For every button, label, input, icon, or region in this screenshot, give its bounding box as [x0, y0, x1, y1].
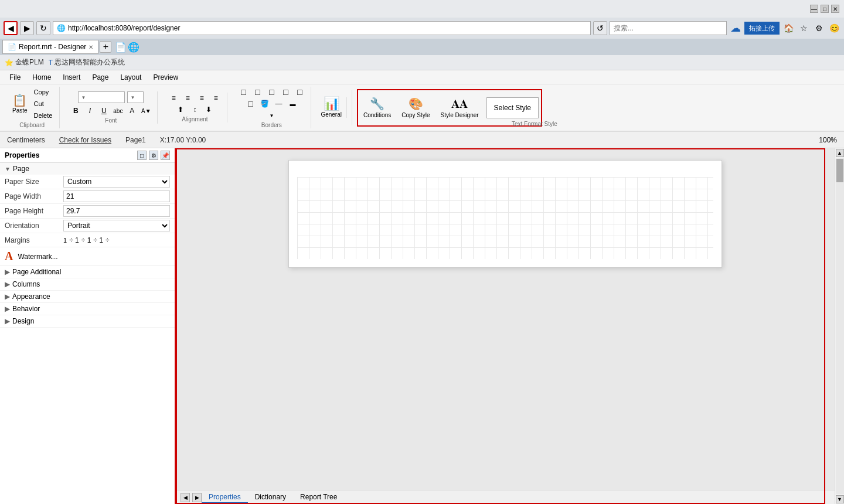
menu-insert[interactable]: Insert — [58, 72, 85, 83]
valign-top-button[interactable]: ⬆ — [174, 104, 187, 115]
page-width-value — [63, 190, 170, 202]
select-style-button[interactable]: Select Style — [486, 97, 539, 118]
borders-row-3: ▼ — [265, 110, 278, 121]
page-width-input[interactable] — [63, 190, 170, 202]
user-icon[interactable]: 😊 — [828, 22, 840, 35]
border-3-button[interactable]: □ — [265, 87, 278, 97]
font-size-select[interactable]: ▼ — [127, 91, 144, 103]
menu-layout[interactable]: Layout — [115, 72, 146, 83]
status-check-issues[interactable]: Check for Issues — [59, 136, 111, 144]
bottom-nav-left[interactable]: ◀ — [181, 493, 190, 502]
maximize-button[interactable]: □ — [821, 5, 829, 13]
design-arrow: ▶ — [5, 317, 10, 325]
alignment-row-2: ⬆ ↕ ⬇ — [174, 104, 215, 115]
forward-button[interactable]: ▶ — [20, 21, 34, 35]
strikethrough-button[interactable]: abc — [111, 105, 124, 116]
columns-section[interactable]: ▶ Columns — [0, 278, 175, 291]
cut-button[interactable]: Cut — [32, 98, 55, 109]
menu-page[interactable]: Page — [87, 72, 113, 83]
prop-icon-gear[interactable]: ⚙ — [149, 151, 158, 160]
border-1-button[interactable]: □ — [237, 87, 250, 97]
border-4-button[interactable]: □ — [279, 87, 292, 97]
reload-button[interactable]: ↺ — [593, 21, 607, 35]
valign-bottom-button[interactable]: ⬇ — [202, 104, 215, 115]
clipboard-label: Clipboard — [19, 122, 45, 128]
scroll-up-button[interactable]: ▲ — [836, 149, 844, 157]
underline-button[interactable]: U — [97, 105, 110, 116]
page-section-header[interactable]: ▼ Page — [0, 163, 175, 175]
prop-icon-pin[interactable]: 📌 — [161, 151, 170, 160]
behavior-section[interactable]: ▶ Behavior — [0, 303, 175, 315]
home-icon[interactable]: 🏠 — [782, 22, 795, 35]
menu-file[interactable]: File — [5, 72, 25, 83]
copy-button[interactable]: Copy — [32, 87, 55, 97]
line-style-button[interactable]: — — [272, 98, 285, 109]
paper-size-select[interactable]: Custom — [63, 176, 170, 188]
tab-label: Report.mrt - Designer — [19, 43, 86, 51]
valign-middle-button[interactable]: ↕ — [188, 104, 201, 115]
menu-home[interactable]: Home — [28, 72, 56, 83]
tab-dictionary[interactable]: Dictionary — [248, 492, 293, 503]
close-button[interactable]: ✕ — [831, 5, 839, 13]
bottom-nav-right[interactable]: ▶ — [192, 493, 202, 502]
copy-style-button[interactable]: 🎨 Copy Style — [399, 93, 433, 123]
refresh-button[interactable]: ↻ — [36, 21, 50, 35]
cloud-icon[interactable]: ☁ — [729, 22, 742, 35]
minimize-button[interactable]: — — [810, 5, 818, 13]
orientation-select[interactable]: Portrait Landscape — [63, 220, 170, 231]
style-designer-button[interactable]: 𝐀𝐀 Style Designer — [438, 93, 482, 123]
tab-icon-2[interactable]: 🌐 — [128, 41, 139, 53]
conditions-button[interactable]: 🔧 Conditions — [360, 93, 394, 123]
border-5-button[interactable]: □ — [293, 87, 306, 97]
settings-icon[interactable]: ⚙ — [812, 22, 825, 35]
design-label: Design — [12, 317, 34, 325]
active-tab[interactable]: 📄 Report.mrt - Designer ✕ — [2, 40, 98, 54]
appearance-section[interactable]: ▶ Appearance — [0, 291, 175, 303]
align-right-button[interactable]: ≡ — [195, 93, 208, 103]
upload-button[interactable]: 拓接上传 — [744, 22, 780, 35]
tab-report-tree[interactable]: Report Tree — [293, 492, 344, 503]
scroll-thumb[interactable] — [836, 159, 843, 182]
design-section[interactable]: ▶ Design — [0, 315, 175, 328]
font-family-select[interactable]: ▼ — [78, 91, 125, 103]
highlight-button[interactable]: A▼ — [139, 105, 152, 116]
font-color-button[interactable]: A — [125, 105, 138, 116]
bookmark-plm[interactable]: ⭐ 金蝶PLM — [5, 57, 44, 67]
tab-close-button[interactable]: ✕ — [89, 44, 93, 50]
bookmark-star-icon: ⭐ — [5, 59, 13, 67]
scroll-down-button[interactable]: ▼ — [836, 495, 844, 503]
page-additional-label: Page Additional — [12, 268, 61, 276]
expand-borders-button[interactable]: ▼ — [265, 110, 278, 121]
align-justify-button[interactable]: ≡ — [209, 93, 222, 103]
line-width-button[interactable]: ▬ — [286, 98, 299, 109]
italic-button[interactable]: I — [83, 105, 96, 116]
copy-style-label: Copy Style — [401, 112, 430, 118]
align-left-button[interactable]: ≡ — [167, 93, 180, 103]
align-center-button[interactable]: ≡ — [181, 93, 194, 103]
menu-preview[interactable]: Preview — [148, 72, 183, 83]
margins-value: 1 ÷ 1 ÷ 1 ÷ 1 ÷ — [63, 236, 170, 244]
border-2-button[interactable]: □ — [251, 87, 264, 97]
tab-icon-1[interactable]: 📄 — [115, 41, 127, 53]
fill-color-button[interactable]: 🪣 — [258, 98, 271, 109]
page-height-input[interactable] — [63, 205, 170, 217]
border-6-button[interactable]: □ — [244, 98, 257, 109]
search-bar[interactable] — [610, 21, 727, 35]
new-tab-button[interactable]: + — [100, 41, 111, 53]
search-input[interactable] — [614, 24, 723, 32]
menu-bar: File Home Insert Page Layout Preview — [0, 70, 844, 84]
designer-canvas[interactable] — [176, 148, 835, 490]
page-additional-section[interactable]: ▶ Page Additional — [0, 266, 175, 278]
paste-button[interactable]: 📋 Paste — [9, 88, 30, 119]
delete-button[interactable]: Delete — [32, 110, 55, 121]
window-controls[interactable]: — □ ✕ — [810, 5, 839, 13]
bold-button[interactable]: B — [69, 105, 82, 116]
address-input[interactable] — [68, 24, 587, 32]
back-button[interactable]: ◀ — [4, 21, 18, 35]
prop-icon-square[interactable]: □ — [137, 151, 147, 160]
tab-properties[interactable]: Properties — [202, 492, 248, 503]
watermark-row[interactable]: A Watermark... — [0, 247, 175, 265]
bookmark-oa[interactable]: T 思达网络智能办公系统 — [49, 57, 125, 67]
star-icon[interactable]: ☆ — [797, 22, 810, 35]
address-bar[interactable]: 🌐 — [53, 21, 591, 35]
